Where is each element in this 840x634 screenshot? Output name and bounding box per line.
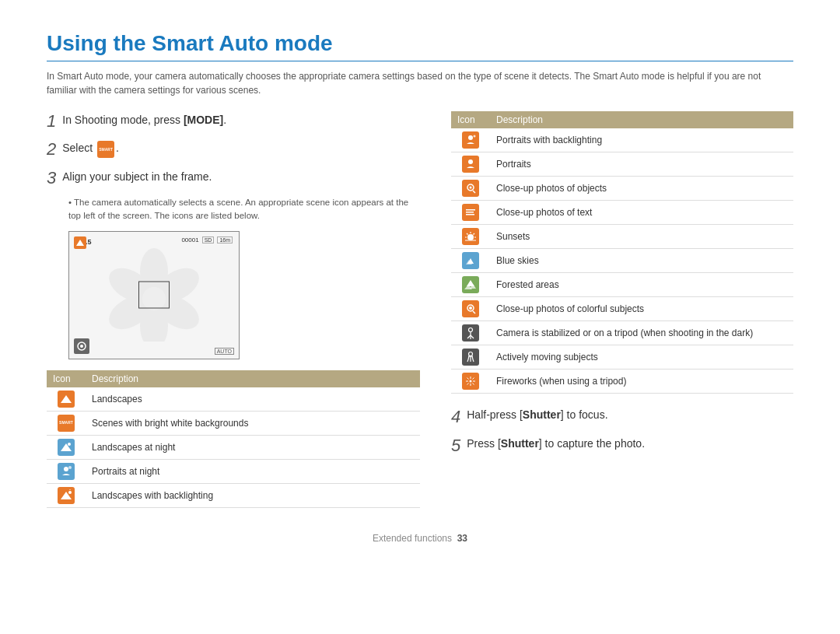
- svg-point-27: [467, 234, 474, 240]
- footer-page: 33: [457, 533, 467, 544]
- right-desc-cell-0: Portraits with backlighting: [490, 128, 793, 152]
- camera-bottom-icon: [74, 338, 89, 354]
- svg-point-16: [68, 491, 72, 494]
- right-icon-table: Icon Description Portraits with backligh…: [451, 111, 793, 394]
- right-table-row: Camera is stabilized or on a tripod (whe…: [451, 321, 793, 345]
- landscape-icon: [75, 238, 85, 247]
- right-column: Icon Description Portraits with backligh…: [451, 111, 793, 517]
- svg-point-42: [469, 328, 473, 332]
- right-desc-cell-4: Sunsets: [490, 225, 793, 249]
- left-table-row: Landscapes with backlighting: [47, 483, 420, 507]
- svg-line-55: [473, 378, 474, 380]
- svg-line-30: [474, 233, 475, 235]
- svg-line-22: [473, 191, 475, 193]
- left-desc-cell-4: Landscapes with backlighting: [86, 483, 420, 507]
- svg-point-19: [474, 135, 476, 138]
- footer-text: Extended functions: [373, 533, 452, 544]
- right-icon-cell-4: [451, 225, 490, 249]
- left-icon-cell-1: SMART: [47, 411, 86, 435]
- right-table-row: Actively moving subjects: [451, 345, 793, 370]
- right-table-row: Portraits: [451, 152, 793, 177]
- svg-rect-25: [466, 212, 474, 213]
- left-icon-cell-0: [47, 387, 86, 412]
- step-3-number: 3: [47, 168, 56, 188]
- smart-icon: [97, 141, 114, 158]
- step-2: 2 Select .: [47, 139, 420, 159]
- left-icon-cell-4: [47, 483, 86, 507]
- right-desc-cell-9: Actively moving subjects: [490, 345, 793, 370]
- right-icon-cell-3: [451, 201, 490, 225]
- right-table-row: Blue skies: [451, 249, 793, 273]
- right-desc-cell-7: Close-up photos of colorful subjects: [490, 297, 793, 321]
- intro-text: In Smart Auto mode, your camera automati…: [47, 69, 793, 97]
- left-desc-cell-3: Portraits at night: [86, 459, 420, 483]
- svg-rect-24: [466, 209, 475, 211]
- right-icon-cell-5: [451, 249, 490, 273]
- svg-point-41: [469, 306, 472, 310]
- svg-point-18: [468, 135, 473, 140]
- svg-point-23: [470, 187, 472, 189]
- right-icon-cell-1: [451, 152, 490, 177]
- right-table-row: Close-up photos of objects: [451, 177, 793, 201]
- step-2-text: Select .: [62, 139, 119, 157]
- camera-top-bar: 00001 SD 16m: [181, 236, 233, 243]
- svg-point-14: [68, 466, 72, 469]
- right-icon-cell-7: [451, 297, 490, 321]
- step-2-number: 2: [47, 139, 56, 159]
- svg-point-13: [64, 467, 68, 471]
- step-4-text: Half-press [Shutter] to focus.: [467, 406, 607, 423]
- right-icon-cell-6: [451, 273, 490, 297]
- left-table-row: Landscapes: [47, 387, 420, 412]
- svg-point-9: [80, 345, 83, 348]
- right-desc-cell-2: Close-up photos of objects: [490, 177, 793, 201]
- right-table-row: Portraits with backlighting: [451, 128, 793, 152]
- left-icon-table: Icon Description Landscapes SMART Scenes…: [47, 370, 420, 508]
- step-1-number: 1: [47, 111, 56, 131]
- svg-rect-26: [466, 214, 474, 215]
- step-4: 4 Half-press [Shutter] to focus.: [451, 406, 793, 429]
- svg-point-20: [468, 159, 473, 164]
- camera-sd-icon: SD: [202, 236, 215, 243]
- svg-marker-10: [61, 395, 72, 403]
- left-table-row: Portraits at night: [47, 459, 420, 483]
- svg-marker-0: [76, 240, 84, 246]
- page-title: Using the Smart Auto mode: [47, 31, 793, 61]
- steps-4-5: 4 Half-press [Shutter] to focus. 5 Press…: [451, 406, 793, 457]
- step-1-text: In Shooting mode, press [MODE].: [62, 111, 226, 128]
- step-5-text: Press [Shutter] to capture the photo.: [467, 435, 645, 452]
- right-desc-cell-10: Fireworks (when using a tripod): [490, 370, 793, 394]
- svg-line-53: [467, 378, 469, 380]
- step-5-number: 5: [451, 435, 460, 457]
- right-table-icon-header: Icon: [451, 111, 490, 128]
- left-icon-cell-2: [47, 435, 86, 459]
- right-desc-cell-1: Portraits: [490, 152, 793, 177]
- right-desc-cell-8: Camera is stabilized or on a tripod (whe…: [490, 321, 793, 345]
- camera-preview: F 2.5 00001 SD 16m: [68, 231, 240, 359]
- footer: Extended functions 33: [47, 533, 793, 544]
- left-table-desc-header: Description: [86, 370, 420, 387]
- right-table-row: Close-up photos of colorful subjects: [451, 297, 793, 321]
- step-3-text: Align your subject in the frame.: [62, 168, 212, 185]
- right-table-row: Sunsets: [451, 225, 793, 249]
- right-table-row: Fireworks (when using a tripod): [451, 370, 793, 394]
- right-desc-cell-5: Blue skies: [490, 249, 793, 273]
- left-table-row: SMART Scenes with bright white backgroun…: [47, 411, 420, 435]
- bullet-description: The camera automatically selects a scene…: [68, 196, 420, 223]
- left-column: 1 In Shooting mode, press [MODE]. 2 Sele…: [47, 111, 420, 517]
- right-desc-cell-6: Forested areas: [490, 273, 793, 297]
- step-3: 3 Align your subject in the frame.: [47, 168, 420, 188]
- left-icon-cell-3: [47, 459, 86, 483]
- svg-line-29: [467, 233, 468, 235]
- svg-line-40: [473, 311, 475, 313]
- right-desc-cell-3: Close-up photos of text: [490, 201, 793, 225]
- camera-frame-count: 00001: [181, 236, 198, 243]
- left-desc-cell-1: Scenes with bright white backgrounds: [86, 411, 420, 435]
- left-desc-cell-2: Landscapes at night: [86, 435, 420, 459]
- right-table-row: Forested areas: [451, 273, 793, 297]
- svg-point-46: [469, 352, 473, 356]
- camera-mp: 16m: [217, 236, 233, 243]
- svg-point-12: [68, 443, 71, 446]
- right-table-desc-header: Description: [490, 111, 793, 128]
- right-table-row: Close-up photos of text: [451, 201, 793, 225]
- left-desc-cell-0: Landscapes: [86, 387, 420, 412]
